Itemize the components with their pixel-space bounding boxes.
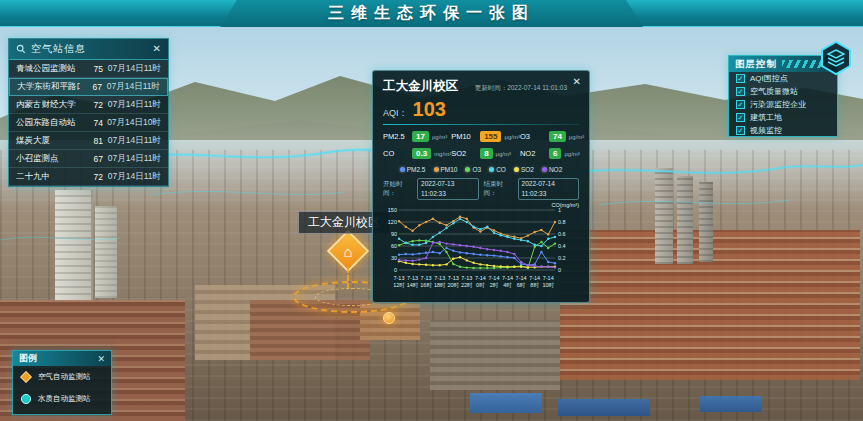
svg-text:0.2: 0.2 <box>558 255 566 261</box>
svg-text:8时: 8时 <box>530 282 539 288</box>
layer-panel-title: 图层控制 <box>735 58 777 71</box>
layer-list: ✓ AQI国控点✓ 空气质量微站✓ 污染源监控企业✓ 建筑工地✓ 视频监控 <box>729 72 837 137</box>
station-row[interactable]: 小召监测点 67 07月14日11时 <box>9 150 168 168</box>
legend-entry[interactable]: 空气自动监测站 <box>13 366 111 388</box>
station-row[interactable]: 内蒙古财经大学 72 07月14日11时 <box>9 96 168 114</box>
pollutant-value-badge: 17 <box>412 131 429 142</box>
time-range-row: 开始时间： 2022-07-13 11:02:33 结束时间： 2022-07-… <box>383 178 579 200</box>
svg-text:2时: 2时 <box>490 282 499 288</box>
svg-text:0: 0 <box>394 267 397 273</box>
svg-text:0时: 0时 <box>476 282 485 288</box>
popup-title: 工大金川校区 <box>383 78 458 95</box>
legend-panel-header: 图例 ✕ <box>13 351 111 366</box>
svg-text:7-14: 7-14 <box>488 275 499 281</box>
station-row[interactable]: 二十九中 72 07月14日11时 <box>9 168 168 186</box>
svg-text:7-14: 7-14 <box>516 275 527 281</box>
legend-dot <box>465 167 470 172</box>
legend-item[interactable]: PM2.5 <box>400 166 426 173</box>
legend-dot <box>400 167 405 172</box>
legend-item[interactable]: O3 <box>465 166 481 173</box>
station-aqi: 81 <box>81 136 103 146</box>
layer-item-label: 污染源监控企业 <box>750 99 806 110</box>
svg-text:7-13: 7-13 <box>448 275 459 281</box>
station-panel-close-icon[interactable]: ✕ <box>153 44 161 54</box>
layer-item[interactable]: ✓ 建筑工地 <box>729 111 837 124</box>
search-icon <box>16 44 26 54</box>
svg-text:7-14: 7-14 <box>529 275 540 281</box>
checkbox-checked-icon[interactable]: ✓ <box>736 113 745 122</box>
divider <box>383 124 579 125</box>
station-row[interactable]: 青城公园监测站 75 07月14日11时 <box>9 60 168 78</box>
legend-item[interactable]: NO2 <box>542 166 562 173</box>
start-time-input[interactable]: 2022-07-13 11:02:33 <box>417 178 478 200</box>
legend-panel-close-icon[interactable]: ✕ <box>97 354 105 364</box>
station-panel-header: 空气站信息 ✕ <box>9 39 168 60</box>
svg-text:4时: 4时 <box>503 282 512 288</box>
svg-text:7-14: 7-14 <box>502 275 513 281</box>
pollutant-trend-chart[interactable]: 030609012015000.20.40.60.81CO(mg/m³)7-13… <box>383 202 581 298</box>
pollutant-value-badge: 74 <box>549 131 566 142</box>
station-name: 大学东街和平路口 <box>17 81 80 93</box>
pollutant-label: PM10 <box>451 132 477 141</box>
pollutant-value-badge: 0.3 <box>412 148 431 159</box>
checkbox-checked-icon[interactable]: ✓ <box>736 126 745 135</box>
layer-item-label: 建筑工地 <box>750 112 782 123</box>
layers-icon[interactable] <box>818 40 854 76</box>
svg-text:16时: 16时 <box>420 282 432 288</box>
pollutant-cell: SO2 8 μg/m³ <box>451 148 520 159</box>
legend-dot <box>489 167 494 172</box>
aqi-value: 103 <box>413 99 446 119</box>
legend-item[interactable]: CO <box>489 166 506 173</box>
svg-text:60: 60 <box>391 243 397 249</box>
station-name: 青城公园监测站 <box>16 63 81 75</box>
pollutant-label: O3 <box>520 132 546 141</box>
pollutant-cell: PM10 155 μg/m³ <box>451 131 520 142</box>
pollutant-unit: mg/m³ <box>434 151 451 157</box>
pollutant-label: PM2.5 <box>383 132 409 141</box>
pollutant-value-badge: 8 <box>480 148 492 159</box>
svg-text:0.8: 0.8 <box>558 219 566 225</box>
station-time: 07月14日11时 <box>103 63 161 75</box>
legend-entry[interactable]: 水质自动监测站 <box>13 388 111 410</box>
station-time: 07月14日10时 <box>103 117 161 129</box>
svg-text:30: 30 <box>391 255 397 261</box>
station-time: 07月14日11时 <box>102 81 160 93</box>
layer-item[interactable]: ✓ 空气质量微站 <box>729 85 837 98</box>
end-time-input[interactable]: 2022-07-14 11:02:33 <box>518 178 579 200</box>
legend-item[interactable]: PM10 <box>434 166 458 173</box>
chart-legend: PM2.5 PM10 O3 CO SO2 NO2 <box>383 166 579 173</box>
legend-panel-title: 图例 <box>19 352 37 365</box>
page-title: 三维生态环保一张图 <box>328 3 535 24</box>
station-marker[interactable]: ⌂ <box>333 236 363 266</box>
pollutant-label: NO2 <box>520 149 546 158</box>
popup-close-icon[interactable]: ✕ <box>573 76 581 87</box>
pollutant-cell: PM2.5 17 μg/m³ <box>383 131 451 142</box>
map-legend-panel: 图例 ✕ 空气自动监测站 水质自动监测站 <box>12 350 112 415</box>
station-time: 07月14日11时 <box>103 153 161 165</box>
legend-item[interactable]: SO2 <box>514 166 534 173</box>
popup-update-time: 更新时间：2022-07-14 11:01:03 <box>475 84 567 93</box>
layer-item[interactable]: ✓ 视频监控 <box>729 124 837 137</box>
checkbox-checked-icon[interactable]: ✓ <box>736 87 745 96</box>
poi-marker[interactable] <box>383 312 395 324</box>
station-row[interactable]: 大学东街和平路口 67 07月14日11时 <box>9 78 168 96</box>
pollutant-unit: μg/m³ <box>432 134 447 140</box>
layer-item[interactable]: ✓ 污染源监控企业 <box>729 98 837 111</box>
station-row[interactable]: 煤炭大厦 81 07月14日11时 <box>9 132 168 150</box>
station-row[interactable]: 公园东路自动站 74 07月14日10时 <box>9 114 168 132</box>
checkbox-checked-icon[interactable]: ✓ <box>736 74 745 83</box>
end-time-label: 结束时间： <box>484 180 513 198</box>
legend-label: CO <box>496 166 506 173</box>
pollutant-label: CO <box>383 149 409 158</box>
svg-text:7-13: 7-13 <box>393 275 404 281</box>
pollutant-unit: μg/m³ <box>496 151 511 157</box>
pollutant-cell: O3 74 μg/m³ <box>520 131 584 142</box>
legend-label: PM10 <box>441 166 458 173</box>
svg-text:7-13: 7-13 <box>461 275 472 281</box>
checkbox-checked-icon[interactable]: ✓ <box>736 100 745 109</box>
station-name: 内蒙古财经大学 <box>16 99 81 111</box>
svg-text:14时: 14时 <box>407 282 419 288</box>
pollutant-unit: μg/m³ <box>504 134 519 140</box>
svg-text:7-14: 7-14 <box>543 275 554 281</box>
svg-text:0: 0 <box>558 267 561 273</box>
